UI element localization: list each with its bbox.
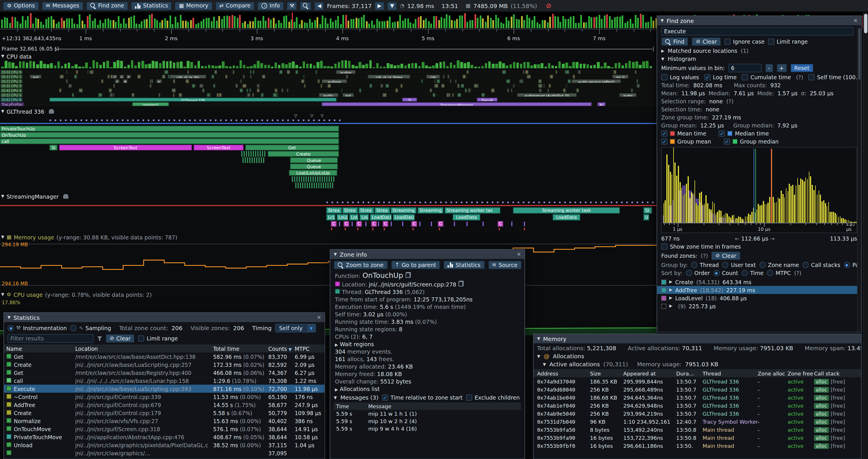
frame-bar[interactable] [565, 19, 566, 28]
frame-bar[interactable] [104, 19, 106, 28]
message-dot[interactable] [117, 120, 118, 121]
streaming-header[interactable]: ▼StreamingManager [1, 193, 68, 200]
zone-thread[interactable]: GLThread 336 [365, 289, 403, 295]
timeline-zone[interactable]: LcU [326, 214, 336, 221]
zone-time-histogram[interactable]: 1 µs10 µs100 µs [661, 147, 857, 233]
frame-bar[interactable] [539, 24, 540, 28]
collapse-icon[interactable]: ▼ [543, 362, 546, 367]
frame-bar[interactable] [606, 14, 608, 28]
c-zone[interactable]: C [411, 221, 417, 227]
message-dot[interactable] [528, 201, 530, 203]
message-dot[interactable] [282, 120, 284, 121]
frame-bar[interactable] [211, 22, 212, 28]
timeline-zone[interactable]: Strea [326, 207, 342, 214]
frame-bar[interactable] [345, 15, 347, 28]
frame-bar[interactable] [35, 18, 36, 28]
frame-bar[interactable] [435, 17, 437, 28]
message-dot[interactable] [199, 120, 201, 121]
frame-bar[interactable] [128, 18, 129, 28]
timeline-zone[interactable] [242, 157, 266, 163]
frame-bar[interactable] [407, 19, 409, 28]
timeline-zone[interactable]: PrivateTouchUp [0, 126, 339, 131]
frame-bar[interactable] [130, 17, 132, 28]
min-bin-input[interactable] [728, 64, 762, 72]
message-dot[interactable] [652, 201, 654, 203]
collapse-icon[interactable]: ▶ [661, 48, 664, 53]
message-dot[interactable] [251, 120, 253, 121]
cpu-zone[interactable]: audiose [322, 79, 347, 83]
message-dot[interactable] [564, 201, 566, 203]
messages-button[interactable]: ✉Messages [42, 1, 83, 10]
message-dot[interactable] [55, 120, 56, 121]
cpu-zone[interactable]: aut [342, 93, 354, 97]
message-dot[interactable] [272, 120, 273, 121]
message-dot[interactable] [409, 201, 411, 203]
cpu-zone[interactable]: (worker)) [132, 102, 169, 106]
close-icon[interactable]: ✕ [317, 315, 321, 320]
frame-bar[interactable] [394, 22, 396, 28]
message-dot[interactable] [60, 120, 61, 121]
frame-bar[interactable] [505, 17, 507, 28]
cpu-zone[interactable]: audio. [319, 93, 338, 97]
message-dot[interactable] [357, 201, 359, 203]
cpu-core-row[interactable]: [0:3] CPU 3 [0, 84, 657, 88]
frame-bar[interactable] [141, 21, 143, 28]
message-dot[interactable] [91, 120, 92, 121]
frame-marker-icon[interactable]: ▽ [320, 114, 324, 118]
frame-bar[interactable] [552, 13, 554, 28]
frame-bar[interactable] [213, 17, 215, 28]
allocation-row[interactable]: 0x7553b9fa508 bytes153,492,240ns13:50.8M… [534, 425, 861, 433]
zoom-to-zone-button[interactable]: Zoom to zone [334, 261, 388, 269]
message-dot[interactable] [179, 120, 180, 121]
zone-info-titlebar[interactable]: ▼Zone info ✕ [330, 250, 525, 259]
message-dot[interactable] [236, 120, 237, 121]
timeline-zone[interactable]: OnTouchUp [0, 132, 339, 138]
c-zone[interactable]: C [356, 221, 362, 227]
frame-bar[interactable] [585, 23, 587, 28]
table-row[interactable]: Create jni/../jni/src/guif/Control.cpp:1… [4, 409, 324, 417]
table-row[interactable]: ~Control jni/../jni/src/guif/Control.cpp… [4, 393, 324, 401]
show-zone-time-checkbox[interactable]: Show zone time in frames [661, 243, 741, 250]
frame-bar[interactable] [270, 19, 272, 28]
frame-bar[interactable] [84, 24, 86, 28]
memory-table-header[interactable]: AddressSizeAppeared atDura...ThreadZone … [534, 369, 861, 377]
frame-bar[interactable] [299, 24, 300, 28]
timeline-zone[interactable]: ScreenText [59, 145, 192, 151]
message-dot[interactable] [277, 120, 279, 121]
frame-bar[interactable] [9, 23, 11, 28]
frame-bar[interactable] [53, 20, 55, 28]
frame-bar[interactable] [516, 19, 517, 28]
frame-bar[interactable] [87, 16, 88, 28]
group-by-user-text[interactable]: User text [722, 262, 756, 268]
message-dot[interactable] [215, 120, 217, 121]
frame-bar[interactable] [358, 19, 360, 28]
memory-button[interactable]: ▦Memory [175, 1, 212, 10]
message-dot[interactable] [184, 120, 186, 121]
message-dot[interactable] [352, 201, 354, 203]
free-link[interactable]: [free] [831, 378, 845, 384]
frame-bar[interactable] [340, 24, 342, 28]
timeline-zone[interactable]: Si [50, 145, 57, 151]
frame-bar[interactable] [572, 16, 574, 28]
frame-bar[interactable] [254, 17, 256, 28]
collapse-icon[interactable]: ▶ [669, 288, 673, 292]
message-dot[interactable] [513, 201, 514, 203]
message-dot[interactable] [230, 120, 232, 121]
message-dot[interactable] [440, 201, 442, 203]
message-dot[interactable] [347, 201, 349, 203]
message-dot[interactable] [313, 120, 315, 121]
frame-bar[interactable] [1, 19, 3, 28]
ignore-case-checkbox[interactable]: Ignore case [724, 38, 765, 45]
free-link[interactable]: [free] [831, 442, 845, 449]
frame-bar[interactable] [205, 18, 207, 28]
frame-bar[interactable] [154, 19, 155, 28]
timeline-zone[interactable]: Get [245, 145, 339, 151]
frame-bar[interactable] [301, 21, 303, 28]
frame-bar[interactable] [363, 15, 365, 28]
timeline-zone[interactable]: LoadDaU [370, 214, 392, 221]
frame-bar[interactable] [118, 16, 119, 28]
free-link[interactable]: [free] [831, 418, 845, 425]
frame-bar[interactable] [304, 23, 305, 28]
message-dot[interactable] [332, 201, 333, 203]
frame-bar[interactable] [112, 20, 114, 28]
